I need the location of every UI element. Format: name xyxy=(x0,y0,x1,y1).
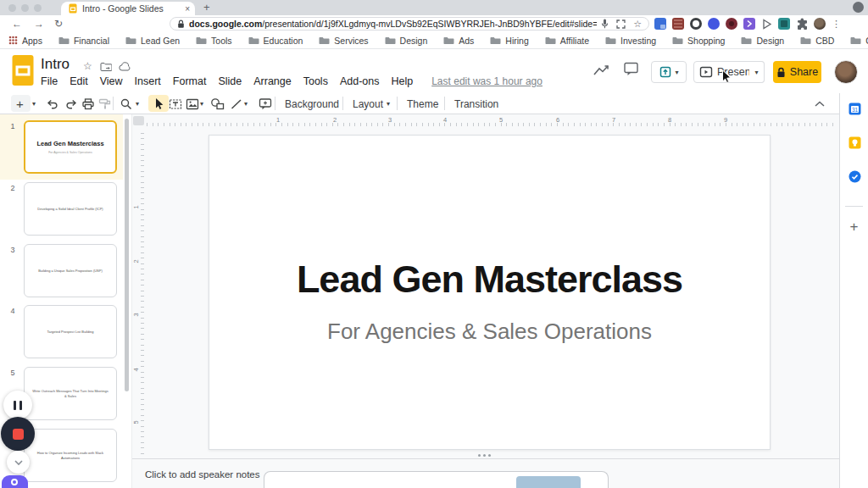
slide-thumbnail-5[interactable]: Write Outreach Messages That Turn Into M… xyxy=(24,367,117,420)
fullscreen-icon[interactable] xyxy=(616,19,626,29)
dialog-button[interactable] xyxy=(516,476,581,488)
slides-logo[interactable] xyxy=(12,54,34,86)
back-icon[interactable]: ← xyxy=(12,18,22,30)
layout-button[interactable]: Layout▾ xyxy=(353,97,390,111)
menu-edit[interactable]: Edit xyxy=(70,75,88,87)
slide-thumbnail-1[interactable]: Lead Gen Masterclass For Agencies & Sale… xyxy=(24,120,117,174)
slide-subtitle[interactable]: For Agencies & Sales Operations xyxy=(209,319,770,345)
window-close-button[interactable] xyxy=(8,4,16,12)
filmstrip-scrollbar[interactable] xyxy=(125,119,129,391)
forward-icon[interactable]: → xyxy=(34,18,44,30)
paint-format-icon[interactable] xyxy=(98,97,112,111)
insert-comment-icon[interactable] xyxy=(259,97,273,111)
insert-image-icon[interactable] xyxy=(186,97,199,111)
window-minimize-button[interactable] xyxy=(21,4,29,12)
slide-editor[interactable]: Lead Gen Masterclass For Agencies & Sale… xyxy=(209,135,771,450)
extension-icon-1[interactable] xyxy=(654,18,666,30)
image-dropdown-icon[interactable]: ▾ xyxy=(200,97,203,111)
print-icon[interactable] xyxy=(81,97,95,111)
address-bar[interactable]: docs.google.com/presentation/d/1j9fXLgdm… xyxy=(170,17,649,30)
bookmark-folder-services[interactable]: Services xyxy=(319,36,368,46)
menu-arrange[interactable]: Arrange xyxy=(253,75,291,87)
slide-thumbnail-6[interactable]: How to Organize Incoming Leads with Slac… xyxy=(24,429,117,482)
extension-icon-7[interactable] xyxy=(761,19,772,30)
line-tool-icon[interactable] xyxy=(230,97,243,111)
last-edit-link[interactable]: Last edit was 1 hour ago xyxy=(431,75,542,87)
bookmark-folder-education[interactable]: Education xyxy=(248,36,303,46)
bookmark-folder-lead-gen[interactable]: Lead Gen xyxy=(125,36,180,46)
zoom-icon[interactable] xyxy=(120,97,133,111)
share-button[interactable]: Share xyxy=(773,61,821,83)
browser-avatar[interactable] xyxy=(814,18,826,30)
bookmark-folder-shopping[interactable]: Shopping xyxy=(672,36,725,46)
menu-help[interactable]: Help xyxy=(391,75,413,87)
line-dropdown-icon[interactable]: ▾ xyxy=(244,97,248,111)
menu-slide[interactable]: Slide xyxy=(218,75,242,87)
theme-button[interactable]: Theme xyxy=(407,97,438,111)
bookmark-folder-competition[interactable]: Competition xyxy=(850,36,868,46)
select-tool-icon[interactable] xyxy=(153,97,164,111)
activity-icon[interactable] xyxy=(593,64,612,76)
new-slide-dropdown-icon[interactable]: ▾ xyxy=(32,97,36,111)
comments-icon[interactable] xyxy=(624,62,639,77)
speaker-notes-placeholder[interactable]: Click to add speaker notes xyxy=(145,469,260,480)
bookmark-folder-cbd[interactable]: CBD xyxy=(800,36,834,46)
browser-tab[interactable]: Intro - Google Slides × xyxy=(61,2,195,15)
bookmark-folder-ads[interactable]: Ads xyxy=(443,36,474,46)
slide-thumbnail-4[interactable]: Targeted Prospect List Building xyxy=(24,305,117,358)
cloud-status-icon[interactable] xyxy=(119,62,131,71)
collapse-toolbar-icon[interactable] xyxy=(814,100,826,108)
extension-icon-2[interactable] xyxy=(672,18,684,30)
text-box-tool-icon[interactable] xyxy=(169,97,182,111)
menu-insert[interactable]: Insert xyxy=(135,75,161,87)
notes-resize-handle-icon[interactable] xyxy=(478,454,481,457)
bookmark-star-icon[interactable]: ☆ xyxy=(633,19,642,30)
document-title[interactable]: Intro xyxy=(41,56,70,73)
refresh-icon[interactable]: ↻ xyxy=(54,18,63,30)
collapse-widget-button[interactable] xyxy=(7,451,30,474)
slide-thumbnail-2[interactable]: Developing a Solid Ideal Client Profile … xyxy=(24,182,117,236)
slide-thumbnail-3[interactable]: Building a Unique Sales Proposition (USP… xyxy=(24,244,117,297)
browser-menu-icon[interactable]: ⋮ xyxy=(832,19,841,30)
window-zoom-button[interactable] xyxy=(34,4,42,12)
tab-close-icon[interactable]: × xyxy=(185,4,190,14)
bookmark-folder-hiring[interactable]: Hiring xyxy=(490,36,528,46)
bookmark-folder-investing[interactable]: Investing xyxy=(605,36,656,46)
present-dropdown[interactable]: ▾ xyxy=(749,61,765,83)
bookmark-folder-tools[interactable]: Tools xyxy=(196,36,232,46)
extension-icon-6[interactable] xyxy=(743,18,755,30)
reactions-widget[interactable] xyxy=(2,475,28,488)
background-button[interactable]: Background xyxy=(285,97,339,111)
menu-view[interactable]: View xyxy=(100,75,123,87)
calendar-icon[interactable]: 31 xyxy=(849,103,861,115)
present-to-meeting-button[interactable]: ▾ xyxy=(651,61,687,83)
menu-file[interactable]: File xyxy=(41,75,58,87)
pause-recording-button[interactable] xyxy=(3,391,32,419)
bookmark-folder-financial[interactable]: Financial xyxy=(58,36,109,46)
undo-icon[interactable] xyxy=(46,97,59,111)
bookmark-folder-affiliate[interactable]: Affiliate xyxy=(545,36,589,46)
new-slide-button[interactable]: + xyxy=(16,97,24,111)
extension-icon-4[interactable] xyxy=(708,18,720,30)
slide-title[interactable]: Lead Gen Masterclass xyxy=(209,258,770,302)
new-tab-button[interactable]: + xyxy=(203,1,210,14)
user-avatar[interactable] xyxy=(834,60,858,84)
move-folder-icon[interactable] xyxy=(100,62,112,71)
extensions-puzzle-icon[interactable] xyxy=(796,18,808,30)
get-addons-button[interactable]: + xyxy=(840,219,868,236)
transition-button[interactable]: Transition xyxy=(454,97,498,111)
keep-icon[interactable] xyxy=(849,136,861,149)
star-document-icon[interactable]: ☆ xyxy=(83,60,92,72)
bookmark-folder-design[interactable]: Design xyxy=(385,36,428,46)
menu-addons[interactable]: Add-ons xyxy=(340,75,380,87)
bookmark-folder-design2[interactable]: Design xyxy=(741,36,784,46)
mic-icon[interactable] xyxy=(601,19,609,29)
tasks-icon[interactable] xyxy=(849,170,861,183)
menu-tools[interactable]: Tools xyxy=(303,75,328,87)
stop-recording-button[interactable] xyxy=(1,417,35,451)
apps-shortcut[interactable]: Apps xyxy=(8,36,42,46)
extension-icon-8[interactable] xyxy=(778,18,790,30)
notes-divider[interactable] xyxy=(132,458,840,459)
zoom-dropdown-icon[interactable]: ▾ xyxy=(136,97,139,111)
menu-format[interactable]: Format xyxy=(173,75,207,87)
